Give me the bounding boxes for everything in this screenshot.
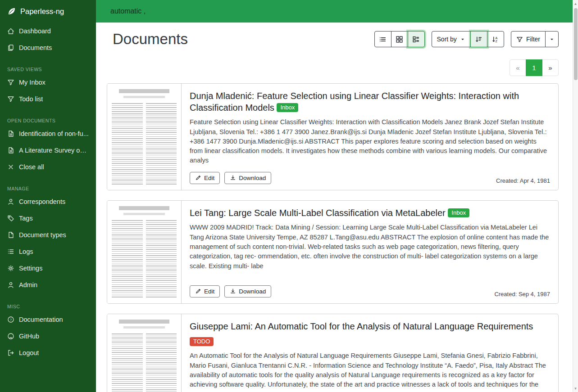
- sidebar-section-manage: MANAGE: [0, 184, 96, 193]
- view-details-button[interactable]: [408, 31, 425, 47]
- dashboard-icon: [7, 27, 14, 35]
- sidebar-section-saved-views: SAVED VIEWS: [0, 65, 96, 74]
- view-list-button[interactable]: [374, 31, 391, 47]
- scrollbar-up-arrow[interactable]: ▲: [573, 1, 578, 6]
- document-snippet: Feature Selection using Linear Classifie…: [190, 117, 550, 166]
- document-thumbnail[interactable]: [107, 84, 182, 190]
- pagination: « 1 »: [107, 59, 559, 76]
- sort-alpha-button[interactable]: AZ: [487, 31, 504, 47]
- search-input[interactable]: [110, 7, 564, 15]
- thumbnail-subtitle-block: [123, 213, 165, 215]
- documents-page: Documents Sort by: [96, 23, 573, 392]
- person-icon: [7, 198, 14, 205]
- sidebar-item-admin[interactable]: Admin: [0, 276, 96, 293]
- view-grid-button[interactable]: [391, 31, 408, 47]
- sidebar-item-documentation[interactable]: ? Documentation: [0, 311, 96, 328]
- filter-icon: [7, 95, 14, 103]
- pencil-icon: [195, 288, 201, 294]
- thumbnail-title-block: [119, 89, 169, 93]
- document-thumbnail[interactable]: [107, 314, 182, 392]
- svg-text:?: ?: [10, 318, 12, 322]
- thumbnail-subtitle-block: [123, 96, 165, 98]
- view-toggle-group: [374, 31, 425, 47]
- documents-icon: [7, 44, 14, 51]
- sidebar-item-open-doc-1[interactable]: Identification of non-fu...: [0, 125, 96, 142]
- edit-button[interactable]: Edit: [190, 172, 220, 184]
- sort-direction-button[interactable]: [470, 31, 487, 47]
- sidebar-item-settings[interactable]: Settings: [0, 260, 96, 276]
- details-view-icon: [412, 36, 420, 43]
- toolbar: Sort by AZ Filter: [374, 31, 559, 47]
- github-icon: [7, 333, 14, 340]
- scrollbar-down-arrow[interactable]: ▼: [573, 386, 578, 391]
- sidebar-section-misc: MISC: [0, 302, 96, 311]
- page-title: Documents: [113, 31, 188, 48]
- funnel-icon: [516, 36, 523, 43]
- sidebar-item-tags[interactable]: Tags: [0, 210, 96, 226]
- person-icon: [7, 281, 14, 288]
- sidebar-item-logs[interactable]: Logs: [0, 243, 96, 260]
- sidebar-item-logout[interactable]: Logout: [0, 344, 96, 361]
- document-title-row: Giuseppe Lami: An Automatic Tool for the…: [190, 321, 550, 333]
- document-title-row: Dunja Mladenić: Feature Selection using …: [190, 90, 550, 113]
- edit-button[interactable]: Edit: [190, 285, 220, 297]
- sidebar-section-open-documents: OPEN DOCUMENTS: [0, 116, 96, 125]
- list-view-icon: [379, 36, 387, 43]
- grid-view-icon: [396, 36, 403, 43]
- sort-amount-down-icon: [475, 36, 482, 43]
- sidebar-item-dashboard[interactable]: Dashboard: [0, 23, 96, 39]
- gear-icon: [7, 265, 14, 272]
- document-title[interactable]: Lei Tang: Large Scale Multi-Label Classi…: [190, 208, 446, 218]
- pagination-page-1[interactable]: 1: [526, 59, 542, 76]
- main-area: Documents Sort by: [96, 0, 573, 392]
- thumbnail-subtitle-block: [123, 326, 165, 329]
- vertical-scrollbar[interactable]: ▲ ▼: [573, 0, 578, 392]
- download-button[interactable]: Download: [224, 172, 271, 184]
- logout-icon: [7, 349, 14, 356]
- tag-badge-todo[interactable]: TODO: [190, 337, 214, 346]
- sidebar-item-correspondents[interactable]: Correspondents: [0, 193, 96, 210]
- file-text-icon: [7, 130, 14, 137]
- sidebar-item-open-doc-2[interactable]: A Literature Survey on ...: [0, 142, 96, 158]
- filter-group: Filter: [511, 31, 559, 47]
- pagination-next-button[interactable]: »: [542, 59, 559, 76]
- sidebar-item-my-inbox[interactable]: My Inbox: [0, 74, 96, 90]
- list-icon: [7, 248, 14, 255]
- sidebar-item-documents[interactable]: Documents: [0, 39, 96, 56]
- document-title[interactable]: Dunja Mladenić: Feature Selection using …: [190, 91, 519, 113]
- document-card: Giuseppe Lami: An Automatic Tool for the…: [107, 314, 559, 392]
- filter-button[interactable]: Filter: [511, 31, 546, 47]
- document-thumbnail[interactable]: [107, 201, 182, 303]
- download-icon: [230, 175, 236, 181]
- chevron-down-icon: [460, 36, 465, 42]
- tag-badge-inbox[interactable]: Inbox: [277, 103, 298, 112]
- app-brand[interactable]: Paperless-ng: [0, 0, 96, 23]
- file-icon: [7, 231, 14, 239]
- svg-text:Z: Z: [496, 39, 498, 43]
- sidebar-item-todo-list[interactable]: Todo list: [0, 90, 96, 107]
- filter-icon: [7, 79, 14, 86]
- sidebar-item-close-all[interactable]: Close all: [0, 158, 96, 175]
- tag-badge-inbox[interactable]: Inbox: [448, 208, 469, 217]
- search-bar: [96, 0, 573, 23]
- scrollbar-thumb[interactable]: [574, 8, 578, 80]
- document-title[interactable]: Giuseppe Lami: An Automatic Tool for the…: [190, 321, 533, 331]
- close-icon: [7, 163, 14, 171]
- document-title-row: Lei Tang: Large Scale Multi-Label Classi…: [190, 207, 550, 219]
- thumbnail-title-block: [119, 206, 169, 210]
- document-snippet: WWW 2009 MADRID! Track: Data Mining / Se…: [190, 223, 550, 271]
- created-date: Created: Sep 4, 1987: [494, 291, 550, 297]
- sort-by-button[interactable]: Sort by: [432, 31, 471, 47]
- sidebar-item-document-types[interactable]: Document types: [0, 226, 96, 243]
- chevron-down-icon: [549, 36, 555, 42]
- document-card: Lei Tang: Large Scale Multi-Label Classi…: [107, 200, 559, 304]
- sidebar-item-github[interactable]: GitHub: [0, 328, 96, 344]
- filter-dropdown-button[interactable]: [545, 31, 559, 47]
- download-button[interactable]: Download: [224, 285, 271, 297]
- sidebar: Paperless-ng Dashboard Documents SAVED V…: [0, 0, 96, 392]
- pagination-prev-button[interactable]: «: [510, 59, 526, 76]
- leaf-logo-icon: [7, 7, 16, 16]
- tag-icon: [7, 215, 14, 222]
- help-icon: ?: [7, 316, 14, 323]
- file-text-icon: [7, 147, 14, 154]
